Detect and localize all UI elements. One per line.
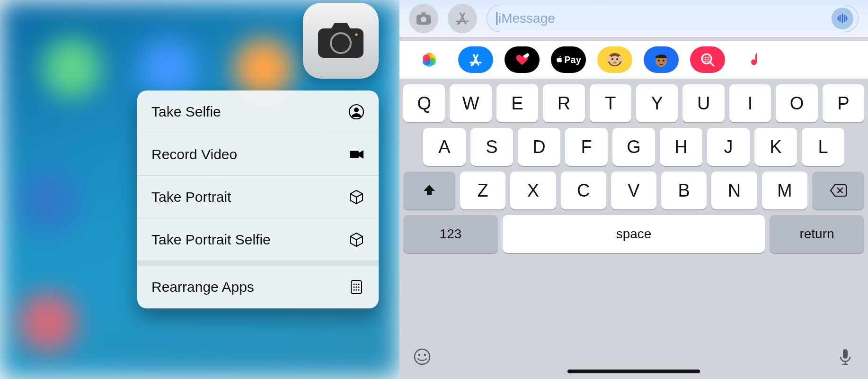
key-v[interactable]: V [611,171,656,209]
key-y[interactable]: Y [636,84,678,122]
key-l[interactable]: L [802,128,844,166]
quick-action-menu: Take Selfie Record Video Take Portrait T… [137,90,379,308]
menu-item-label: Take Selfie [151,104,221,120]
svg-rect-5 [350,151,359,158]
svg-point-60 [418,354,421,356]
key-p[interactable]: P [823,84,864,122]
heart-icon [513,53,531,67]
key-k[interactable]: K [754,128,797,166]
emoji-keyboard-button[interactable] [413,347,432,368]
svg-point-15 [358,289,359,290]
app-pill-appstore[interactable] [458,46,493,73]
voice-message-button[interactable] [832,8,853,29]
key-a[interactable]: A [423,128,466,166]
app-pill-applepay[interactable]: Pay [551,46,586,73]
svg-point-9 [358,283,359,285]
svg-point-12 [358,286,359,288]
app-pill-animoji[interactable] [597,46,632,73]
menu-item-take-portrait-selfie[interactable]: Take Portrait Selfie [137,218,379,261]
messages-keyboard-view: iMessage Pay [399,0,868,379]
key-m[interactable]: M [762,171,807,209]
message-placeholder: iMessage [498,11,555,26]
menu-item-label: Record Video [151,146,237,162]
app-pill-fitness[interactable] [505,46,540,73]
menu-item-label: Take Portrait [151,189,231,205]
message-input[interactable]: iMessage [487,5,859,32]
key-shift[interactable] [403,171,455,209]
camera-app-icon[interactable] [303,3,379,79]
keyboard-row-2: A S D F G H J K L [399,122,868,166]
key-c[interactable]: C [561,171,606,209]
emoji-smile-icon [413,347,432,366]
key-q[interactable]: Q [403,84,445,122]
key-f[interactable]: F [565,128,608,166]
imessage-app-strip[interactable]: Pay [399,41,868,79]
microphone-icon [836,347,855,366]
menu-item-record-video[interactable]: Record Video [137,133,379,176]
keyboard-row-4: 123 space return [399,209,868,253]
text-caret [496,12,497,25]
key-b[interactable]: B [661,171,707,209]
key-u[interactable]: U [682,84,724,122]
key-j[interactable]: J [707,128,750,166]
menu-item-take-portrait[interactable]: Take Portrait [137,176,379,218]
camera-icon [317,22,364,60]
camera-icon [415,10,432,27]
app-pill-photos[interactable] [412,46,447,73]
menu-separator [137,261,379,266]
svg-point-61 [424,354,426,356]
appstore-icon [467,51,484,68]
key-s[interactable]: S [470,128,513,166]
shift-icon [422,183,436,198]
applepay-label: Pay [564,54,581,65]
menu-item-rearrange-apps[interactable]: Rearrange Apps [137,266,379,308]
menu-item-take-selfie[interactable]: Take Selfie [137,90,379,133]
apple-logo-icon [556,55,563,64]
music-note-icon [748,51,760,68]
cube-icon [348,189,364,205]
svg-line-51 [710,63,714,66]
key-d[interactable]: D [518,128,560,166]
key-r[interactable]: R [543,84,585,122]
key-z[interactable]: Z [460,171,505,209]
svg-point-42 [606,56,612,62]
svg-point-11 [355,286,357,288]
key-backspace[interactable] [812,171,864,209]
svg-point-48 [658,60,660,62]
keyboard-row-3: Z X C V B N M [399,166,868,209]
svg-point-33 [423,54,430,62]
svg-point-45 [616,58,618,60]
key-return[interactable]: return [770,215,864,253]
dictation-button[interactable] [836,347,855,368]
svg-point-17 [421,17,426,22]
key-space[interactable]: space [503,215,765,253]
home-indicator[interactable] [567,370,700,373]
key-numbers[interactable]: 123 [403,215,498,253]
key-e[interactable]: E [496,84,538,122]
key-t[interactable]: T [590,84,631,122]
key-w[interactable]: W [450,84,491,122]
key-n[interactable]: N [711,171,757,209]
homescreen-quick-actions: Take Selfie Record Video Take Portrait T… [0,0,399,379]
backspace-icon [830,184,847,197]
animoji-monkey-icon [604,49,625,70]
memoji-icon [651,49,672,70]
image-search-icon [700,52,716,68]
keyboard-row-1: Q W E R T Y U I O P [399,79,868,122]
key-h[interactable]: H [660,128,702,166]
compose-camera-button[interactable] [409,4,438,33]
key-o[interactable]: O [776,84,817,122]
compose-appstore-button[interactable] [448,4,477,33]
svg-point-7 [353,283,354,285]
key-i[interactable]: I [729,84,771,122]
person-circle-icon [348,104,364,120]
key-g[interactable]: G [612,128,655,166]
key-x[interactable]: X [510,171,556,209]
svg-point-2 [355,34,358,36]
app-pill-memoji[interactable] [644,46,679,73]
svg-point-4 [354,108,359,112]
svg-point-49 [663,60,664,62]
app-pill-music[interactable] [736,46,771,73]
svg-point-46 [613,62,617,64]
app-pill-search[interactable] [690,46,725,73]
